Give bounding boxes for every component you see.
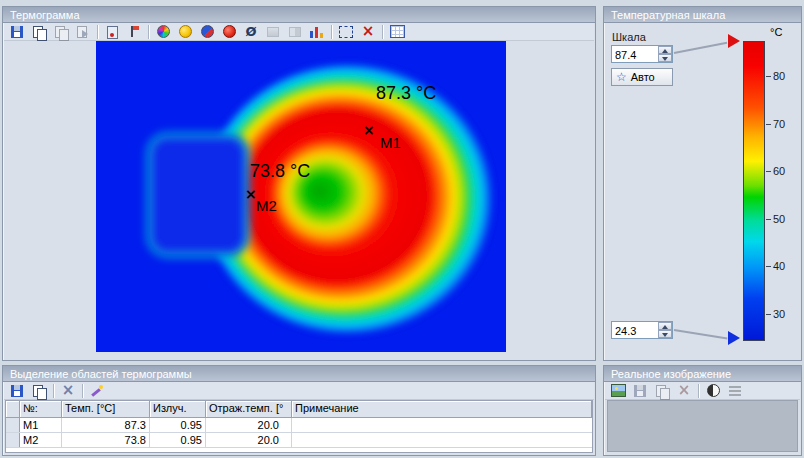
spin-down-icon[interactable] <box>658 54 672 62</box>
column-header-num[interactable]: №: <box>20 401 62 417</box>
toolbar-separator <box>53 384 54 398</box>
marker-m1-temperature: 87.3 °C <box>376 83 436 104</box>
palette-icon[interactable] <box>153 23 173 41</box>
column-header-note[interactable]: Примечание <box>292 401 592 417</box>
tick-mark <box>766 124 771 125</box>
table-row-m2[interactable]: M2 73.8 0.95 20.0 <box>6 433 592 448</box>
delete-icon <box>674 382 694 400</box>
thermal-image[interactable]: 87.3 °C M1 73.8 °C M2 <box>96 41 506 352</box>
max-connector-line <box>674 42 727 54</box>
cell-num: M2 <box>20 433 62 447</box>
toolbar-separator <box>148 25 149 39</box>
tick-mark <box>766 76 771 77</box>
tick-label-30: 30 <box>773 308 785 320</box>
column-header-emiss[interactable]: Излуч. <box>150 401 206 417</box>
emissivity-icon[interactable] <box>241 23 261 41</box>
marker-m1-label: M1 <box>380 134 401 151</box>
cell-refl: 20.0 <box>206 418 292 432</box>
copy-icon[interactable] <box>29 23 49 41</box>
select-rect-icon[interactable] <box>336 23 356 41</box>
toolbar-separator <box>382 25 383 39</box>
thermogram-panel-title: Термограмма <box>3 7 595 23</box>
scale-min-spinner <box>611 321 673 339</box>
tick-mark <box>766 171 771 172</box>
tick-mark <box>766 314 771 315</box>
column-header-refl[interactable]: Отраж.темп. [° <box>206 401 292 417</box>
scale-label: Шкала <box>612 31 646 43</box>
cell-emiss: 0.95 <box>150 433 206 447</box>
cell-num: M1 <box>20 418 62 432</box>
marker-m2-temperature: 73.8 °C <box>250 161 310 182</box>
marker-temp-icon[interactable] <box>102 23 122 41</box>
regions-toolbar <box>4 382 594 400</box>
tick-label-70: 70 <box>773 118 785 130</box>
cell-refl: 20.0 <box>206 433 292 447</box>
scale-min-spin-buttons <box>658 322 672 338</box>
scale-max-input[interactable] <box>612 46 658 62</box>
save-icon <box>630 382 650 400</box>
marker-m1-cross-icon[interactable] <box>363 121 375 139</box>
palette-duo-icon[interactable] <box>197 23 217 41</box>
histogram-icon[interactable] <box>307 23 327 41</box>
circle-yellow-icon[interactable] <box>175 23 195 41</box>
export-icon <box>73 23 93 41</box>
thermogram-panel: Термограмма <box>2 6 596 361</box>
contrast-icon[interactable] <box>703 382 723 400</box>
profile-icon <box>285 23 305 41</box>
spin-up-icon[interactable] <box>658 46 672 54</box>
marker-flag-icon[interactable] <box>124 23 144 41</box>
table-corner-cell <box>6 401 20 417</box>
tick-label-80: 80 <box>773 70 785 82</box>
cell-temp: 87.3 <box>62 418 150 432</box>
scale-min-input[interactable] <box>612 322 658 338</box>
marker-m2-label: M2 <box>256 197 277 214</box>
scale-panel-title: Температурная шкала <box>604 7 801 23</box>
adjust-icon <box>725 382 745 400</box>
save-icon[interactable] <box>7 382 27 400</box>
row-selector-cell[interactable] <box>6 433 20 447</box>
cell-emiss: 0.95 <box>150 418 206 432</box>
photo-icon[interactable] <box>608 382 628 400</box>
tick-mark <box>766 266 771 267</box>
bulb-base-shape <box>148 134 248 256</box>
copy-icon[interactable] <box>29 382 49 400</box>
spin-up-icon[interactable] <box>658 322 672 330</box>
max-marker-icon[interactable] <box>728 34 740 48</box>
regions-panel: Выделение областей термограммы №: Темп. … <box>2 365 596 456</box>
tick-mark <box>766 219 771 220</box>
toolbar-separator <box>82 384 83 398</box>
table-header-row: №: Темп. [°C] Излуч. Отраж.темп. [° Прим… <box>6 401 592 418</box>
cell-note <box>292 418 592 432</box>
toolbar-separator <box>331 25 332 39</box>
tick-label-60: 60 <box>773 165 785 177</box>
delete-icon[interactable] <box>358 23 378 41</box>
tick-label-50: 50 <box>773 213 785 225</box>
marker-m2-cross-icon[interactable] <box>245 185 257 203</box>
real-image-panel: Реальное изображение <box>603 365 802 456</box>
auto-button-label: Авто <box>631 71 655 83</box>
isotherm-icon <box>263 23 283 41</box>
circle-red-icon[interactable] <box>219 23 239 41</box>
grid-icon[interactable] <box>387 23 407 41</box>
copy-icon <box>652 382 672 400</box>
auto-button[interactable]: Авто <box>611 68 673 86</box>
table-row-m1[interactable]: M1 87.3 0.95 20.0 <box>6 418 592 433</box>
color-scale-bar <box>743 41 765 341</box>
row-selector-cell[interactable] <box>6 418 20 432</box>
thermal-svg <box>96 41 506 352</box>
wand-icon[interactable] <box>87 382 107 400</box>
paste-icon <box>51 23 71 41</box>
column-header-temp[interactable]: Темп. [°C] <box>62 401 150 417</box>
spin-down-icon[interactable] <box>658 330 672 338</box>
real-image-toolbar <box>605 382 800 400</box>
delete-soft-icon[interactable] <box>58 382 78 400</box>
thermogram-toolbar <box>4 23 594 41</box>
tick-label-40: 40 <box>773 260 785 272</box>
min-connector-line <box>674 329 728 339</box>
toolbar-separator <box>97 25 98 39</box>
min-marker-icon[interactable] <box>728 331 740 345</box>
real-image-panel-title: Реальное изображение <box>604 366 801 382</box>
regions-panel-title: Выделение областей термограммы <box>3 366 595 382</box>
save-icon[interactable] <box>7 23 27 41</box>
real-image-view <box>607 400 798 452</box>
